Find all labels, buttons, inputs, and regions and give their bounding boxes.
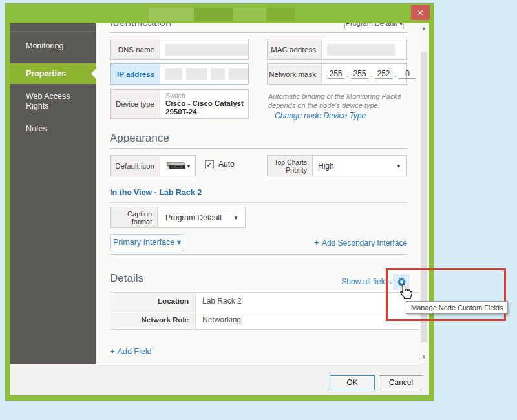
scroll-up-arrow[interactable]: ∧	[419, 26, 429, 35]
table-row[interactable]: Network Role Networking	[110, 311, 419, 329]
section-divider	[110, 148, 407, 149]
plus-icon: +	[314, 238, 319, 247]
dns-name-field[interactable]: DNS name	[110, 39, 249, 60]
network-mask-field[interactable]: Network mask 255 . 255 . 252 . 0	[267, 63, 407, 85]
window-title-redacted	[149, 8, 295, 21]
hand-cursor-icon	[399, 283, 413, 302]
dns-name-label: DNS name	[111, 39, 160, 59]
netmask-octet-4[interactable]: 0	[399, 69, 416, 79]
chevron-down-icon: ▾	[399, 23, 403, 27]
sidebar-item-notes[interactable]: Notes	[10, 120, 96, 146]
close-icon: ✕	[417, 8, 423, 17]
ip-address-field[interactable]: IP address	[110, 63, 249, 85]
binding-note-line1: Automatic binding of the Monitoring Pack…	[268, 92, 407, 101]
change-device-type-link[interactable]: Change node Device Type	[275, 111, 366, 120]
mac-address-field[interactable]: MAC address	[267, 39, 407, 60]
in-the-view-heading: In the View - Lab Rack 2	[110, 188, 202, 197]
top-charts-priority-value: High	[318, 162, 334, 171]
check-icon: ✓	[206, 160, 213, 169]
netmask-octet-3[interactable]: 252	[375, 69, 392, 79]
add-field-label: Add Field	[118, 347, 152, 356]
dialog-body: Monitoring Properties Web Access Rights …	[10, 23, 429, 395]
auto-checkbox-label: Auto	[218, 160, 235, 169]
network-mask-label: Network mask	[268, 64, 322, 84]
sidebar-item-web-access-rights[interactable]: Web Access Rights	[10, 84, 96, 120]
redacted-value	[186, 68, 207, 80]
chevron-down-icon: ▼	[396, 163, 401, 169]
redacted-value	[327, 44, 395, 56]
caption-format-label: Caption format	[111, 207, 158, 227]
top-charts-priority-dropdown[interactable]: Top Charts Priority High ▼	[267, 155, 407, 176]
gear-tooltip: Manage Node Custom Fields	[406, 301, 508, 314]
redaction-block	[194, 8, 233, 21]
close-button[interactable]: ✕	[411, 5, 430, 20]
chevron-down-icon: ▼	[186, 163, 191, 169]
dialog-footer: OK Cancel	[10, 364, 429, 395]
selected-item-arrow	[91, 68, 96, 79]
octet-separator: .	[344, 70, 351, 79]
device-type-field[interactable]: Device type Switch Cisco - Cisco Catalys…	[110, 89, 249, 119]
add-secondary-interface-link[interactable]: +Add Secondary Interface	[314, 238, 407, 247]
details-heading: Details	[110, 272, 143, 285]
sidebar-item-label: Notes	[26, 124, 47, 133]
redaction-block	[233, 8, 266, 21]
binding-note: Automatic binding of the Monitoring Pack…	[268, 92, 407, 110]
primary-interface-dropdown[interactable]: Primary Interface ▾	[110, 234, 184, 251]
plus-icon: +	[110, 346, 115, 356]
sidebar: Monitoring Properties Web Access Rights …	[10, 23, 96, 364]
properties-scroll-area: Identification Program Default ▾ DNS nam…	[96, 23, 419, 364]
default-icon-dropdown[interactable]: Default icon ▼	[110, 155, 196, 176]
top-charts-label-line1: Top Charts	[274, 158, 307, 166]
redaction-block	[149, 8, 194, 21]
program-default-dropdown[interactable]: Program Default ▾	[344, 23, 404, 30]
table-row[interactable]: Location Lab Rack 2	[110, 293, 419, 311]
primary-interface-label: Primary Interface	[113, 238, 174, 247]
default-icon-label: Default icon	[111, 156, 160, 176]
sidebar-item-properties[interactable]: Properties	[10, 63, 96, 84]
program-default-label: Program Default	[346, 23, 397, 27]
ok-button[interactable]: OK	[330, 375, 375, 390]
cancel-button[interactable]: Cancel	[379, 375, 423, 390]
top-charts-label-line2: Priority	[286, 166, 307, 174]
section-divider	[110, 32, 407, 33]
redacted-value	[165, 44, 248, 56]
field-label-location: Location	[110, 293, 196, 311]
appearance-heading: Appearance	[110, 132, 169, 145]
node-properties-window: ✕ Monitoring Properties Web Access Right…	[5, 3, 434, 401]
sidebar-item-monitoring[interactable]: Monitoring	[10, 31, 96, 63]
netmask-octet-2[interactable]: 255	[351, 69, 368, 79]
netmask-octet-1[interactable]: 255	[327, 69, 344, 79]
device-type-label: Device type	[111, 90, 160, 118]
custom-fields-table: Location Lab Rack 2 Network Role Network…	[110, 292, 419, 330]
mac-address-label: MAC address	[268, 39, 322, 59]
redacted-value	[165, 68, 182, 80]
field-label-network-role: Network Role	[110, 311, 196, 329]
add-field-link[interactable]: +Add Field	[110, 346, 151, 356]
chevron-down-icon: ▾	[177, 238, 181, 247]
identification-heading: Identification	[110, 23, 171, 29]
caption-format-value: Program Default	[165, 213, 222, 222]
ip-address-label: IP address	[111, 64, 160, 84]
cisco-switch-icon	[163, 161, 186, 171]
top-charts-priority-label: Top Charts Priority	[268, 156, 313, 176]
octet-separator: .	[392, 70, 399, 79]
show-all-fields-link[interactable]: Show all fields	[341, 277, 391, 286]
add-secondary-interface-label: Add Secondary Interface	[322, 238, 407, 247]
sidebar-item-label: Monitoring	[26, 41, 63, 50]
octet-separator: .	[368, 70, 375, 79]
section-divider	[110, 254, 407, 255]
caption-format-dropdown[interactable]: Caption format Program Default ▼	[110, 207, 246, 228]
redacted-value	[211, 68, 225, 80]
sidebar-item-label: Web Access Rights	[26, 92, 70, 110]
sidebar-item-label: Properties	[26, 69, 66, 78]
binding-note-line2: depends on the node's device type.	[268, 101, 407, 110]
section-divider	[110, 202, 407, 203]
scroll-down-arrow[interactable]: ∨	[419, 353, 429, 362]
auto-checkbox[interactable]: ✓	[205, 160, 214, 169]
device-type-category: Switch	[165, 92, 185, 100]
device-type-value: Cisco - Cisco Catalyst 2950T-24	[165, 100, 248, 116]
redacted-value	[229, 68, 248, 80]
chevron-down-icon: ▼	[233, 215, 238, 220]
redaction-block	[266, 8, 295, 21]
